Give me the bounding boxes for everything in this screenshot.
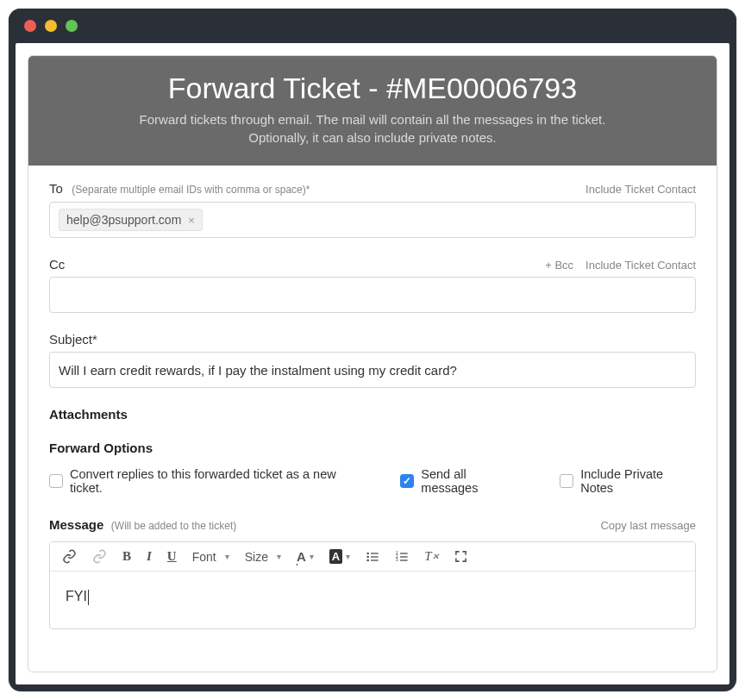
to-label: To (49, 181, 63, 196)
bold-button[interactable]: B (122, 549, 131, 564)
forward-options-label: Forward Options (49, 441, 696, 455)
forward-options-block: Forward Options Convert replies to this … (49, 441, 696, 495)
to-input[interactable]: help@3psupport.com × (49, 202, 696, 238)
svg-rect-11 (400, 559, 408, 560)
dialog-subtitle: Forward tickets through email. The mail … (49, 110, 696, 147)
svg-rect-7 (400, 553, 408, 553)
recipient-chip: help@3psupport.com × (59, 209, 203, 231)
text-color-button[interactable]: A▾ (297, 549, 314, 564)
add-bcc-link[interactable]: + Bcc (545, 259, 573, 272)
bullet-list-icon[interactable] (366, 550, 379, 564)
text-cursor (88, 590, 89, 605)
chevron-down-icon: ▾ (225, 552, 229, 561)
cc-field-block: Cc + Bcc Include Ticket Contact (49, 257, 696, 313)
form-body: To (Separate multiple email IDs with com… (28, 166, 717, 672)
remove-recipient-icon[interactable]: × (188, 214, 195, 227)
cc-text-input[interactable] (59, 288, 686, 303)
app-window: Forward Ticket - #ME00006793 Forward tic… (9, 9, 736, 691)
svg-text:3: 3 (396, 557, 398, 562)
rich-text-editor: B I U Font ▾ Size ▾ (49, 541, 696, 629)
opt-send-all-messages[interactable]: Send all messages (400, 467, 523, 495)
subject-field-block: Subject* (49, 332, 696, 388)
svg-rect-3 (371, 556, 379, 557)
italic-button[interactable]: I (147, 549, 152, 564)
numbered-list-icon[interactable]: 123 (395, 550, 409, 564)
svg-rect-9 (400, 556, 408, 557)
include-ticket-contact-cc[interactable]: Include Ticket Contact (585, 259, 696, 272)
attachments-block: Attachments (49, 407, 696, 422)
cc-label: Cc (49, 257, 65, 272)
fill-color-button[interactable]: A▾ (329, 549, 350, 564)
clear-formatting-icon[interactable]: T✕ (424, 549, 438, 564)
message-hint: (Will be added to the ticket) (111, 520, 236, 532)
dialog-header: Forward Ticket - #ME00006793 Forward tic… (28, 56, 717, 166)
checkbox-private-notes[interactable] (560, 474, 573, 488)
forward-ticket-dialog: Forward Ticket - #ME00006793 Forward tic… (28, 55, 717, 672)
svg-rect-5 (371, 559, 379, 560)
font-dropdown[interactable]: Font ▾ (192, 550, 229, 564)
window-maximize-button[interactable] (66, 20, 78, 32)
subject-input-wrap[interactable] (49, 352, 696, 388)
size-dropdown[interactable]: Size ▾ (245, 550, 281, 564)
attachments-label: Attachments (49, 407, 696, 422)
titlebar (9, 9, 736, 43)
checkbox-send-all[interactable] (400, 474, 414, 488)
underline-button[interactable]: U (167, 549, 177, 564)
recipient-email: help@3psupport.com (66, 213, 181, 227)
subject-label: Subject* (49, 332, 97, 347)
cc-input[interactable] (49, 277, 696, 313)
opt-include-private-notes[interactable]: Include Private Notes (560, 467, 696, 495)
svg-point-0 (367, 552, 370, 554)
unlink-icon[interactable] (92, 549, 107, 564)
message-block: Message (Will be added to the ticket) Co… (49, 517, 696, 629)
opt-convert-replies[interactable]: Convert replies to this forwarded ticket… (49, 467, 364, 495)
chevron-down-icon: ▾ (277, 552, 281, 561)
svg-point-2 (367, 555, 370, 558)
include-ticket-contact-to[interactable]: Include Ticket Contact (585, 183, 696, 196)
window-minimize-button[interactable] (45, 20, 57, 32)
message-textarea[interactable]: FYI (50, 572, 695, 628)
expand-icon[interactable] (454, 550, 467, 563)
content-area: Forward Ticket - #ME00006793 Forward tic… (16, 43, 729, 684)
window-close-button[interactable] (24, 20, 36, 32)
to-field-block: To (Separate multiple email IDs with com… (49, 181, 696, 238)
checkbox-convert[interactable] (49, 474, 63, 488)
copy-last-message-link[interactable]: Copy last message (600, 519, 696, 532)
link-icon[interactable] (62, 549, 77, 564)
message-content: FYI (66, 589, 87, 603)
svg-point-4 (367, 559, 370, 561)
svg-rect-1 (371, 553, 379, 553)
message-label: Message (49, 517, 103, 532)
to-hint: (Separate multiple email IDs with comma … (72, 184, 310, 196)
dialog-title: Forward Ticket - #ME00006793 (49, 72, 696, 105)
editor-toolbar: B I U Font ▾ Size ▾ (50, 542, 695, 572)
subject-input[interactable] (59, 363, 686, 378)
